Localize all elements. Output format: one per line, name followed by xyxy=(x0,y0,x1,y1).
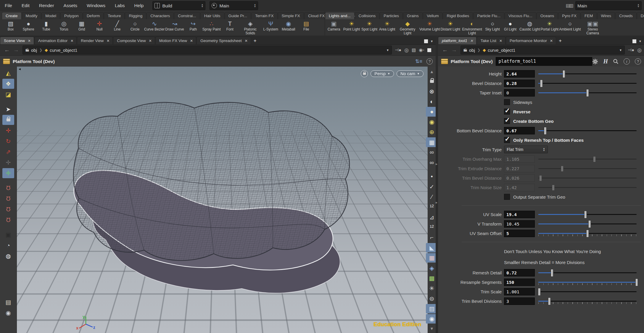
shelf-tab-lights-and-[interactable]: Lights and... xyxy=(325,12,355,19)
param-value-field-uv-seam-offset[interactable]: 5 xyxy=(504,230,535,237)
projection-menu[interactable]: Persp ▼ xyxy=(371,70,394,77)
tab-take-list[interactable]: Take List✕ xyxy=(477,37,505,44)
close-tab-icon[interactable]: ✕ xyxy=(550,39,553,43)
houdini-expression-icon[interactable]: H xyxy=(603,58,608,65)
shelf-tab-terrain-fx[interactable]: Terrain FX xyxy=(251,12,277,19)
slider-handle[interactable] xyxy=(563,70,565,78)
close-tab-icon[interactable]: ✕ xyxy=(28,39,31,43)
param-value-field-v-transform[interactable]: 10.45 xyxy=(504,220,535,228)
follow-focus-icon[interactable]: ◎ xyxy=(637,47,642,53)
tool-null[interactable]: ✛Null xyxy=(91,20,108,31)
tool-l-system[interactable]: ΨL-System xyxy=(262,20,279,31)
tool-point-light[interactable]: ☀Point Light xyxy=(343,20,360,31)
param-value-field-uv-scale[interactable]: 19.4 xyxy=(504,211,535,218)
tool-sphere[interactable]: ●Sphere xyxy=(20,20,37,31)
search-icon[interactable] xyxy=(613,59,619,64)
takes-notebook-icon[interactable]: ▤ xyxy=(2,297,14,307)
tool-sky-light[interactable]: ○Sky Light xyxy=(484,20,501,31)
scale-tool-icon[interactable]: ⇗ xyxy=(2,147,14,157)
network-path[interactable]: 🎬︎ obj ❯ ◆ curve_object1 ▼ xyxy=(22,46,392,54)
network-path[interactable]: 🎬︎ obj ❯ ◆ curve_object1 ▼ xyxy=(461,46,625,54)
show-geometry-icon[interactable]: ◭ xyxy=(2,68,14,78)
path-dropdown-icon[interactable]: ▼ xyxy=(386,49,389,52)
param-slider-bevel-distance[interactable] xyxy=(538,79,637,87)
add-tab-button[interactable]: + xyxy=(251,38,259,44)
shelf-tab-guide-pr-[interactable]: Guide Pr... xyxy=(225,12,251,19)
pin-icon[interactable]: ⊣● xyxy=(628,47,634,53)
pane-menu-icon[interactable]: ▼ xyxy=(430,40,433,43)
tool-grid[interactable]: ▦Grid xyxy=(73,20,90,31)
right-main-selector[interactable]: Main ▲▼ xyxy=(575,1,642,10)
tab-render-view[interactable]: Render View✕ xyxy=(77,37,113,44)
tool-area-light[interactable]: ☀Area Light xyxy=(379,20,396,31)
menu-windows[interactable]: Windows xyxy=(82,0,110,11)
tool-file[interactable]: ▤File xyxy=(298,20,315,31)
cube-display-icon[interactable]: ▧ xyxy=(412,47,416,53)
tool-camera[interactable]: ▣Camera xyxy=(325,20,342,31)
menu-file[interactable]: File xyxy=(0,0,17,11)
camera-menu[interactable]: No cam ▼ xyxy=(397,70,424,77)
shelf-tab-oceans[interactable]: Oceans xyxy=(537,12,558,19)
slider-handle[interactable] xyxy=(635,279,638,286)
menu-help[interactable]: Help xyxy=(130,0,149,11)
slider-handle[interactable] xyxy=(586,230,589,237)
tool-spot-light[interactable]: ☀Spot Light xyxy=(361,20,378,31)
tool-curve-bezier[interactable]: ∿Curve Bezier xyxy=(144,20,165,31)
shelf-tab-simple-fx[interactable]: Simple FX xyxy=(278,12,304,19)
shelf-tab-hair-utils[interactable]: Hair Utils xyxy=(200,12,224,19)
close-tab-icon[interactable]: ✕ xyxy=(149,39,152,43)
node-name-field[interactable] xyxy=(496,57,593,66)
tab-motion-fx-view[interactable]: Motion FX View✕ xyxy=(155,37,196,44)
slider-handle[interactable] xyxy=(586,89,589,97)
shelf-tab-grains[interactable]: Grains xyxy=(403,12,423,19)
shelf-tab-deform[interactable]: Deform xyxy=(83,12,104,19)
checkbox-reverse[interactable]: ✓ xyxy=(504,109,510,115)
path-dropdown-icon[interactable]: ▼ xyxy=(619,49,622,52)
param-slider-uv-seam-offset[interactable] xyxy=(538,229,637,237)
tab-performance-monitor[interactable]: Performance Monitor✕ xyxy=(506,37,556,44)
tab-animation-editor[interactable]: Animation Editor✕ xyxy=(34,37,77,44)
shelf-tab-viscous-flu-[interactable]: Viscous Flu... xyxy=(505,12,536,19)
tool-draw-curve[interactable]: ↝Draw Curve xyxy=(165,20,184,31)
forward-arrow-icon[interactable]: → xyxy=(450,47,459,53)
pose-tool-icon[interactable]: ✛ xyxy=(2,157,14,168)
select-tool-icon[interactable]: ➤ xyxy=(2,104,14,114)
close-tab-icon[interactable]: ✕ xyxy=(190,39,193,43)
checkbox-output-separate-trim-geo[interactable] xyxy=(504,194,510,200)
shelf-tab-rigid-bodies[interactable]: Rigid Bodies xyxy=(443,12,473,19)
tool-box[interactable]: ▧Box xyxy=(2,20,19,31)
pane-splitter[interactable]: ▶ ▶ xyxy=(436,36,438,333)
tool-torus[interactable]: ◎Torus xyxy=(55,20,73,31)
snapshot-icon[interactable] xyxy=(427,48,431,52)
help-icon[interactable]: ? xyxy=(635,58,641,65)
tool-environment-light[interactable]: ◐Environment Light xyxy=(461,20,483,35)
tool-tube[interactable]: ▮Tube xyxy=(38,20,55,31)
checkbox-sideways[interactable] xyxy=(504,99,510,105)
tool-metaball[interactable]: ◉Metaball xyxy=(280,20,297,31)
tool-geometry-light[interactable]: ◆Geometry Light xyxy=(396,20,419,35)
param-value-field-bottom-bevel-distance[interactable]: 0.67 xyxy=(504,127,535,134)
shelf-tab-wires[interactable]: Wires xyxy=(597,12,615,19)
param-slider-v-transform[interactable] xyxy=(538,220,637,228)
scroll-down-icon[interactable]: ▼ xyxy=(429,324,435,333)
rotate-tool-icon[interactable]: ↻ xyxy=(2,136,14,146)
shelf-tab-pyro-fx[interactable]: Pyro FX xyxy=(558,12,580,19)
splitter-arrow-icon[interactable]: ▶ xyxy=(436,163,437,165)
pin-icon[interactable]: ⊣● xyxy=(395,47,401,53)
slider-handle[interactable] xyxy=(584,211,587,218)
param-value-field-bevel-distance[interactable]: 0.28 xyxy=(504,80,535,87)
tab-geometry-spreadsheet[interactable]: Geometry Spreadsheet✕ xyxy=(197,37,251,44)
tool-path[interactable]: ↪Path xyxy=(185,20,202,31)
shelf-tab-collisions[interactable]: Collisions xyxy=(355,12,380,19)
scroll-up-icon[interactable]: ▲ xyxy=(429,67,435,76)
snap-point-icon[interactable]: Ω xyxy=(2,204,14,214)
path-node[interactable]: curve_object1 xyxy=(50,48,77,53)
link-icon[interactable]: ◉◦ xyxy=(419,47,424,53)
param-slider-uv-scale[interactable] xyxy=(538,210,637,218)
param-value-field-height[interactable]: 2.64 xyxy=(504,70,535,78)
tool-stereo-camera[interactable]: ▣▣Stereo Camera xyxy=(582,20,604,35)
shelf-tab-crowds[interactable]: Crowds xyxy=(615,12,637,19)
shelf-tab-characters[interactable]: Characters xyxy=(146,12,174,19)
pane-layout-icon[interactable] xyxy=(424,39,428,43)
close-tab-icon[interactable]: ✕ xyxy=(107,39,110,43)
